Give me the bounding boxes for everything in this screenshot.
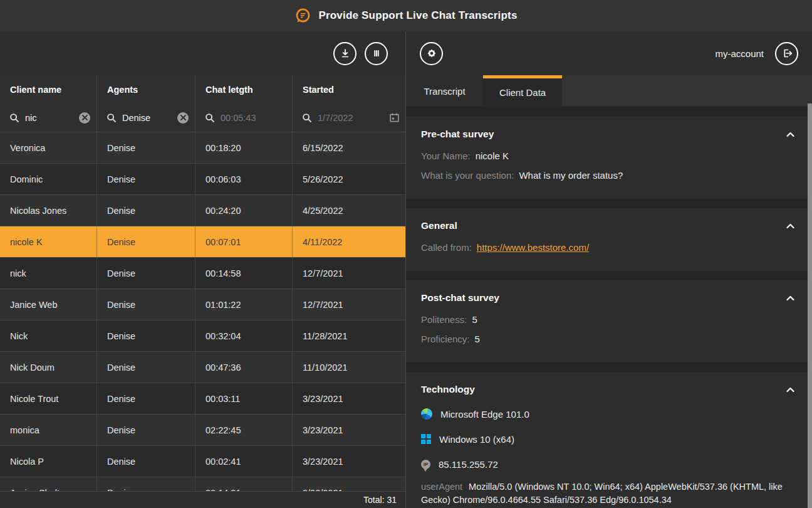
section-header: Pre-chat survey (421, 117, 797, 143)
section-header: Technology (421, 372, 797, 398)
table-row[interactable]: Nicole TroutDenise00:03:113/23/2021 (0, 383, 405, 415)
collapse-button[interactable] (784, 293, 797, 304)
cell-started: 3/23/2021 (293, 446, 405, 477)
table-footer: Total: 31 (0, 491, 405, 508)
table-row[interactable]: Nick DoumDenise00:47:3611/10/2021 (0, 352, 405, 383)
cell-length: 00:18:20 (195, 132, 293, 163)
field-label: What is your question: (421, 170, 514, 181)
cell-client: Nicole Trout (0, 383, 97, 414)
table-body: VeronicaDenise00:18:206/15/2022DominicDe… (0, 132, 405, 491)
cell-length: 00:02:41 (195, 446, 293, 477)
collapse-button[interactable] (784, 384, 797, 395)
section-title: General (421, 220, 457, 231)
cell-started: 4/11/2022 (293, 226, 405, 257)
table-row[interactable]: nickDenise00:14:5812/7/2021 (0, 258, 405, 289)
chevron-up-icon (786, 132, 794, 137)
filter-input-client-name[interactable] (25, 113, 73, 123)
search-icon (9, 113, 19, 123)
field-row: Proficiency:5 (421, 329, 797, 349)
filter-input-agents[interactable] (122, 113, 172, 123)
cell-length: 00:14:31 (195, 477, 293, 491)
section-body: Politeness:5Proficiency:5 (421, 310, 797, 349)
tab-transcript[interactable]: Transcript (406, 75, 483, 107)
download-icon (338, 46, 352, 60)
cell-agent: Denise (97, 446, 195, 477)
table-row[interactable]: Nicolas JonesDenise00:24:204/25/2022 (0, 195, 405, 226)
column-header-client-name[interactable]: Client name (0, 75, 97, 103)
calendar-icon[interactable] (389, 112, 400, 123)
client-data-content: Pre-chat surveyYour Name:nicole KWhat is… (406, 107, 812, 508)
cell-length: 01:01:22 (195, 289, 293, 320)
cell-client: nicole K (0, 226, 97, 257)
section-body: Microsoft Edge 101.0Windows 10 (x64)IP85… (421, 401, 797, 507)
table-row[interactable]: monicaDenise02:22:453/23/2021 (0, 415, 405, 446)
table-row[interactable]: NickDenise00:32:0411/28/2021 (0, 320, 405, 352)
table-row[interactable]: nicole KDenise00:07:014/11/2022 (0, 226, 405, 258)
detail-panel: my-account TranscriptClient Data Pre-cha… (406, 31, 812, 508)
cell-length: 00:03:11 (195, 383, 293, 414)
table-row[interactable]: Janice SheltonDenise00:14:313/23/2021 (0, 477, 405, 491)
collapse-button[interactable] (784, 221, 797, 231)
tech-item: IP85.115.255.72 (421, 452, 797, 477)
collapse-button[interactable] (784, 129, 797, 140)
columns-icon (370, 46, 383, 60)
filter-input-chat-letgth[interactable] (221, 113, 286, 123)
cell-agent: Denise (97, 226, 195, 257)
field-label: Your Name: (421, 151, 471, 161)
tech-item: Windows 10 (x64) (421, 426, 797, 452)
cell-agent: Denise (97, 320, 195, 351)
field-row: What is your question:What is my order s… (421, 166, 797, 185)
logout-button[interactable] (775, 42, 798, 65)
cell-started: 12/7/2021 (293, 258, 405, 288)
table-row[interactable]: Janice WebDenise01:01:2212/7/2021 (0, 289, 405, 320)
table-row[interactable]: VeronicaDenise00:18:206/15/2022 (0, 132, 405, 164)
cell-client: Nicola P (0, 446, 97, 477)
page-title: Provide Support Live Chat Transcripts (318, 9, 517, 22)
tech-item-text: 85.115.255.72 (439, 459, 498, 470)
cell-client: Nick Doum (0, 352, 97, 383)
windows-icon (421, 434, 431, 444)
cell-length: 00:24:20 (195, 195, 293, 226)
field-row: Called from:https://www.beststore.com/ (421, 238, 797, 257)
search-icon (205, 113, 215, 123)
vertical-scrollbar[interactable] (808, 103, 812, 508)
cell-agent: Denise (97, 352, 195, 383)
cell-length: 00:47:36 (195, 352, 293, 383)
cell-started: 11/10/2021 (293, 352, 405, 383)
clear-filter-icon[interactable] (79, 112, 90, 124)
cell-client: Janice Web (0, 289, 97, 320)
tech-item: Microsoft Edge 101.0 (421, 401, 797, 426)
ip-pin-icon: IP (421, 460, 430, 469)
field-value: nicole K (476, 151, 509, 161)
cell-started: 11/28/2021 (293, 320, 405, 351)
user-agent-value: Mozilla/5.0 (Windows NT 10.0; Win64; x64… (421, 482, 783, 505)
app-logo-icon (294, 8, 311, 24)
user-agent-row: userAgentMozilla/5.0 (Windows NT 10.0; W… (421, 480, 797, 507)
table-header-row: Client nameAgentsChat letgthStarted (0, 75, 405, 103)
download-button[interactable] (333, 42, 357, 65)
cell-started: 6/15/2022 (293, 132, 405, 163)
columns-button[interactable] (365, 42, 388, 65)
cell-started: 4/25/2022 (293, 195, 405, 226)
account-name: my-account (715, 48, 764, 59)
column-header-agents[interactable]: Agents (97, 75, 195, 103)
cell-agent: Denise (97, 289, 195, 320)
section-general: GeneralCalled from:https://www.beststore… (406, 208, 812, 271)
column-header-chat-letgth[interactable]: Chat letgth (195, 75, 293, 103)
field-label: Called from: (421, 242, 472, 253)
column-header-started[interactable]: Started (293, 75, 406, 103)
table-row[interactable]: DominicDenise00:06:035/26/2022 (0, 164, 405, 195)
clear-filter-icon[interactable] (177, 112, 189, 124)
filter-input-started[interactable] (318, 113, 383, 123)
filter-cell-client-name (0, 103, 97, 132)
table-row[interactable]: Nicola PDenise00:02:413/23/2021 (0, 446, 405, 477)
tab-client-data[interactable]: Client Data (483, 75, 562, 107)
cell-client: Dominic (0, 164, 97, 194)
cell-started: 3/23/2021 (293, 477, 405, 491)
called-from-link[interactable]: https://www.beststore.com/ (477, 242, 589, 253)
cell-length: 00:06:03 (195, 164, 293, 194)
settings-button[interactable] (420, 42, 443, 65)
chevron-up-icon (786, 223, 794, 229)
cell-agent: Denise (97, 164, 195, 194)
total-count: Total: 31 (363, 495, 397, 505)
